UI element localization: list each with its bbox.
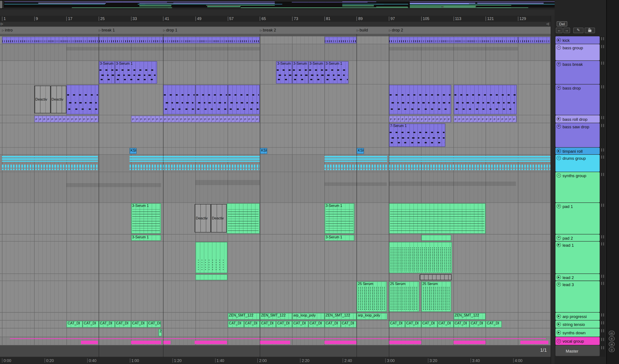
clip[interactable]: CAT_DI xyxy=(147,321,161,327)
clip[interactable]: 3-Serum 1 xyxy=(131,235,161,241)
time-ruler[interactable]: 0:000:200:401:001:201:402:002:202:403:00… xyxy=(0,357,551,364)
fold-open-icon[interactable]: ▼ xyxy=(557,124,561,129)
clip[interactable] xyxy=(260,341,290,344)
time-label[interactable]: 3:40 xyxy=(471,358,480,363)
clip[interactable] xyxy=(389,37,518,43)
clip[interactable]: CAT_DI xyxy=(453,321,470,327)
track-header[interactable]: ▼pad 2 xyxy=(555,234,600,241)
clip[interactable]: CAT_DI xyxy=(292,321,308,327)
clip[interactable] xyxy=(389,85,451,115)
draw-mode-button[interactable]: ✎ xyxy=(573,28,584,33)
clip[interactable] xyxy=(521,341,549,344)
clip[interactable] xyxy=(98,37,163,43)
time-label[interactable]: 2:00 xyxy=(258,358,267,363)
clip[interactable]: CAT_DI xyxy=(115,321,131,327)
time-label[interactable]: 2:20 xyxy=(300,358,310,363)
clip[interactable]: FFFFFFFFFFFFFFFF xyxy=(389,115,451,122)
clip[interactable] xyxy=(195,341,227,344)
track-lane[interactable]: 3-Serum 1DeactivDeactiv3-Serum 1 xyxy=(0,203,551,234)
fold-closed-icon[interactable]: ▶ xyxy=(557,314,561,319)
time-label[interactable]: 1:20 xyxy=(172,358,182,363)
clip[interactable]: CAT_DI xyxy=(470,321,486,327)
clip[interactable]: 3-Serum 1 xyxy=(292,61,308,84)
fold-closed-icon[interactable]: ▶ xyxy=(557,149,561,153)
clip[interactable] xyxy=(163,47,260,50)
clip[interactable] xyxy=(67,47,163,50)
clip[interactable] xyxy=(324,341,357,344)
time-label[interactable]: 4:00 xyxy=(513,358,522,363)
bar-number-label[interactable]: 65 xyxy=(260,16,266,21)
track-header[interactable]: ▶bass roll drop xyxy=(555,115,600,123)
clip[interactable] xyxy=(389,155,550,171)
fold-open-icon[interactable]: ▼ xyxy=(557,282,561,287)
scroll-left-arrow-icon[interactable]: ▷ xyxy=(1,22,3,26)
clip[interactable]: KSH xyxy=(260,148,267,154)
track-header[interactable]: ≡drums group xyxy=(555,155,600,172)
time-label[interactable]: 0:40 xyxy=(87,358,97,363)
clip[interactable] xyxy=(81,341,98,344)
track-lane[interactable]: DeactivDeactiv xyxy=(0,84,551,115)
track-lane[interactable]: 3-Serum 13-Serum 13-Serum 13-Serum 13-Se… xyxy=(0,61,551,84)
track-header[interactable]: ▼pad 1 xyxy=(555,203,600,234)
track-header[interactable]: ▶string tensio xyxy=(555,321,600,328)
clip[interactable] xyxy=(324,155,387,171)
locator-flag[interactable]: ▷build xyxy=(357,28,368,32)
clip[interactable] xyxy=(324,37,357,43)
clip[interactable]: 3-Serum 1 xyxy=(324,203,355,234)
bar-number-label[interactable]: 73 xyxy=(292,16,298,21)
clip[interactable]: ZEN_SMT_122 xyxy=(228,313,260,320)
clip[interactable]: 3-Serum 1 xyxy=(309,61,324,84)
track-lane[interactable]: 7-Serum 1 xyxy=(0,123,551,148)
clip[interactable]: FFFFFFFFFFFFFFFF xyxy=(453,115,517,122)
clip[interactable]: 25 Serum xyxy=(357,281,387,312)
clip[interactable]: ZEN_SMT_122 xyxy=(324,313,357,320)
clip[interactable] xyxy=(420,274,452,280)
bar-number-label[interactable]: 57 xyxy=(228,16,234,21)
fold-closed-icon[interactable]: ▶ xyxy=(557,243,561,247)
bar-number-label[interactable]: 9 xyxy=(34,16,38,21)
clip[interactable]: 3-Serum 1 xyxy=(131,203,161,234)
master-track-header[interactable]: Master xyxy=(555,345,600,356)
track-lane[interactable] xyxy=(0,155,551,172)
bar-number-label[interactable]: 41 xyxy=(163,16,169,21)
bar-ruler[interactable]: 191725334149576573818997105113121129 xyxy=(0,16,551,22)
clip[interactable]: CAT_DI xyxy=(324,321,340,327)
clip[interactable]: 2 xyxy=(158,329,162,336)
track-lane[interactable]: FFFFFFFFFFFFFFFFFFFFFFFFFFFFFFFFFFFFFFFF… xyxy=(0,115,551,123)
clip[interactable]: Deactiv xyxy=(34,86,50,113)
clip[interactable] xyxy=(453,341,486,344)
clip[interactable]: ZEN_SMT_122 xyxy=(260,313,292,320)
master-track-lane[interactable]: 1/1 xyxy=(0,345,551,357)
scroll-right-arrow-icon[interactable]: ◁ xyxy=(546,22,549,26)
group-fold-icon[interactable]: ≡ xyxy=(557,339,561,343)
clip[interactable]: arp_loop_poly xyxy=(292,313,324,320)
clip[interactable] xyxy=(389,341,421,344)
clip[interactable] xyxy=(129,155,260,171)
clip[interactable]: 7-Serum 1 xyxy=(389,124,445,147)
clip[interactable]: CAT_DI xyxy=(309,321,324,327)
time-label[interactable]: 1:40 xyxy=(215,358,224,363)
clip[interactable] xyxy=(389,47,518,50)
clip[interactable]: KSH xyxy=(129,148,137,154)
track-header[interactable]: ≡synths group xyxy=(555,172,600,202)
bar-number-label[interactable]: 81 xyxy=(324,16,330,21)
clip[interactable] xyxy=(2,155,98,171)
track-header[interactable]: ▶synths down xyxy=(555,328,600,337)
clip[interactable] xyxy=(324,182,387,186)
track-header[interactable]: ≡vocal group xyxy=(555,337,600,345)
clip[interactable]: 3-Serum 1 xyxy=(276,61,292,84)
clip[interactable] xyxy=(196,242,227,273)
fold-closed-icon[interactable]: ▶ xyxy=(557,322,561,326)
track-lane[interactable] xyxy=(0,337,551,346)
track-lane[interactable]: 2 xyxy=(0,328,551,337)
locator-flag[interactable]: ▷intro xyxy=(2,28,13,32)
clip[interactable]: CAT_DI xyxy=(405,321,421,327)
track-lane[interactable] xyxy=(0,36,551,44)
bar-number-label[interactable]: 113 xyxy=(453,16,461,21)
clip[interactable]: Deactiv xyxy=(50,86,67,113)
clip[interactable]: Deactiv xyxy=(195,204,211,232)
vertical-scrollbar[interactable] xyxy=(551,16,555,364)
track-lane[interactable] xyxy=(0,172,551,203)
track-lane[interactable] xyxy=(0,274,551,281)
locator-flag[interactable]: ▷drop 1 xyxy=(163,28,177,32)
